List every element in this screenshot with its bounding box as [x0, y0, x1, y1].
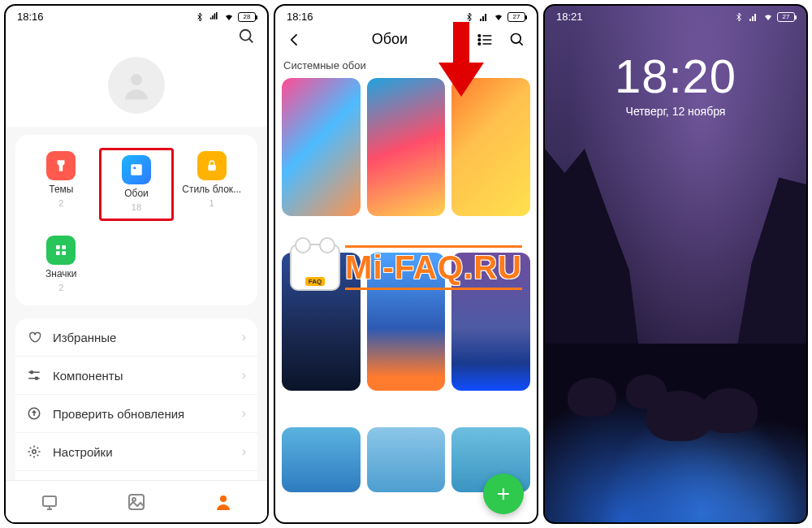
themes-icon: [46, 151, 76, 180]
battery-indicator: 27: [777, 12, 795, 22]
status-time: 18:16: [17, 11, 44, 23]
svg-rect-7: [63, 245, 67, 249]
avatar[interactable]: [108, 57, 165, 114]
heart-icon: [27, 330, 41, 344]
svg-point-15: [32, 450, 37, 454]
lockscreen-date: Четверг, 12 ноября: [545, 105, 806, 118]
phone-screen-3-lockscreen: 18:21 27 18:20 Четверг, 12 ноября: [543, 4, 808, 524]
category-label: Обои: [124, 188, 149, 199]
status-time: 18:21: [556, 11, 583, 23]
person-icon: [119, 68, 153, 102]
section-title: Системные обои: [275, 59, 537, 71]
svg-rect-5: [208, 165, 215, 171]
svg-line-33: [520, 41, 523, 45]
svg-rect-8: [56, 251, 60, 255]
bluetooth-icon: [464, 12, 475, 22]
category-label: Значки: [45, 268, 77, 279]
plus-icon: +: [497, 481, 510, 507]
lockscreen-wallpaper[interactable]: 18:21 27 18:20 Четверг, 12 ноября: [545, 6, 806, 522]
wallpaper-thumbnail[interactable]: [367, 253, 446, 391]
list-label: Настройки: [53, 445, 231, 459]
profile-screen-content: Темы 2 Обои 18 Стиль блок... 1 Значки 2: [6, 24, 267, 522]
svg-rect-6: [56, 245, 60, 249]
svg-rect-25: [453, 22, 469, 64]
wallpapers-icon: [122, 155, 151, 184]
wifi-icon: [493, 12, 504, 22]
wallpaper-thumbnail[interactable]: [451, 253, 530, 391]
search-icon[interactable]: [238, 28, 256, 45]
battery-indicator: 27: [508, 12, 525, 22]
list-item-components[interactable]: Компоненты ›: [15, 357, 257, 395]
back-icon[interactable]: [287, 32, 303, 48]
status-time: 18:16: [287, 11, 313, 23]
bluetooth-icon: [733, 12, 745, 22]
category-wallpapers[interactable]: Обои 18: [99, 148, 175, 221]
phone-screen-2-wallpapers: 18:16 27 Обои Системные обои +: [274, 4, 538, 524]
list-item-favorites[interactable]: Избранные ›: [15, 318, 257, 357]
page-header: Обои: [275, 24, 537, 56]
svg-line-1: [249, 39, 253, 43]
wallpaper-thumbnail[interactable]: [282, 427, 361, 492]
wallpaper-rocks: [545, 344, 806, 522]
chevron-right-icon: ›: [242, 330, 246, 344]
nav-profile-icon[interactable]: [214, 492, 233, 512]
nav-gallery-icon[interactable]: [127, 492, 146, 512]
category-label: Стиль блок...: [182, 184, 241, 195]
status-indicators: 28: [194, 12, 256, 22]
lockscreen-clock: 18:20 Четверг, 12 ноября: [545, 24, 806, 118]
gear-icon: [27, 444, 41, 459]
bluetooth-icon: [194, 12, 205, 22]
svg-point-32: [512, 33, 521, 43]
wallpaper-thumbnail[interactable]: [282, 78, 361, 216]
svg-rect-19: [43, 496, 56, 506]
category-label: Темы: [49, 184, 73, 195]
wallpaper-thumbnail[interactable]: [282, 253, 361, 391]
wifi-icon: [223, 12, 235, 22]
signal-icon: [209, 12, 220, 22]
wallpaper-grid: +: [275, 78, 537, 522]
sliders-icon: [27, 368, 41, 383]
list-item-check-updates[interactable]: Проверить обновления ›: [15, 395, 257, 433]
status-indicators: 27: [733, 12, 795, 22]
category-icons[interactable]: Значки 2: [24, 232, 99, 296]
annotation-arrow: [438, 22, 484, 100]
svg-rect-9: [63, 251, 67, 255]
list-item-settings[interactable]: Настройки ›: [15, 433, 257, 471]
category-count: 1: [209, 198, 214, 208]
svg-point-23: [132, 498, 136, 501]
bottom-navigation: [6, 480, 267, 522]
upload-icon: [27, 406, 41, 421]
list-label: Избранные: [53, 331, 231, 344]
nav-home-icon[interactable]: [40, 492, 59, 512]
lock-icon: [197, 151, 227, 180]
category-count: 18: [132, 202, 141, 212]
svg-point-4: [133, 167, 136, 169]
wallpaper-thumbnail[interactable]: [367, 427, 446, 492]
list-label: Компоненты: [53, 369, 231, 383]
list-label: Проверить обновления: [53, 407, 231, 421]
chevron-right-icon: ›: [242, 444, 246, 459]
battery-indicator: 28: [238, 12, 256, 22]
category-card: Темы 2 Обои 18 Стиль блок... 1 Значки 2: [15, 135, 257, 305]
wallpaper-thumbnail[interactable]: [367, 78, 446, 216]
phone-screen-1-themes-profile: 18:16 28 Темы 2: [4, 4, 269, 524]
chevron-right-icon: ›: [242, 368, 246, 383]
status-indicators: 27: [464, 12, 525, 22]
category-count: 2: [58, 283, 63, 292]
svg-rect-22: [129, 495, 144, 509]
status-bar: 18:21 27: [545, 6, 806, 24]
category-themes[interactable]: Темы 2: [24, 148, 99, 221]
category-lock-style[interactable]: Стиль блок... 1: [174, 148, 249, 221]
svg-point-0: [240, 30, 251, 41]
svg-rect-3: [131, 164, 142, 175]
add-button[interactable]: +: [483, 474, 524, 514]
svg-point-2: [131, 74, 142, 85]
signal-icon: [478, 12, 490, 22]
signal-icon: [748, 12, 759, 22]
chevron-right-icon: ›: [242, 406, 246, 421]
category-count: 2: [58, 198, 63, 208]
wifi-icon: [762, 12, 774, 22]
svg-point-24: [220, 496, 227, 502]
search-icon[interactable]: [509, 32, 525, 48]
lockscreen-time: 18:20: [545, 49, 806, 103]
